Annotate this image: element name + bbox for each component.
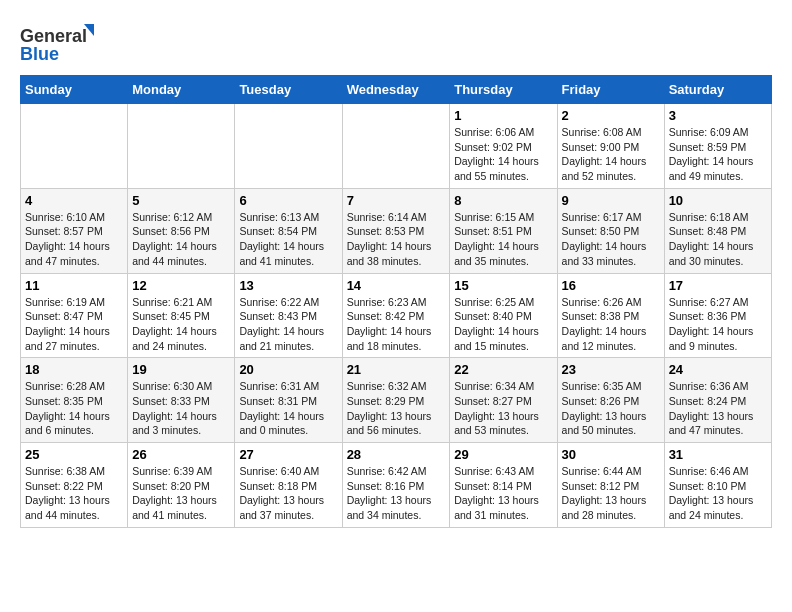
calendar-cell: 3Sunrise: 6:09 AM Sunset: 8:59 PM Daylig… — [664, 104, 771, 189]
calendar-cell: 28Sunrise: 6:42 AM Sunset: 8:16 PM Dayli… — [342, 443, 450, 528]
calendar-cell: 8Sunrise: 6:15 AM Sunset: 8:51 PM Daylig… — [450, 188, 557, 273]
day-number: 18 — [25, 362, 123, 377]
day-number: 5 — [132, 193, 230, 208]
day-info: Sunrise: 6:22 AM Sunset: 8:43 PM Dayligh… — [239, 295, 337, 354]
calendar-cell — [128, 104, 235, 189]
day-number: 15 — [454, 278, 552, 293]
day-number: 2 — [562, 108, 660, 123]
day-number: 7 — [347, 193, 446, 208]
day-number: 27 — [239, 447, 337, 462]
day-number: 31 — [669, 447, 767, 462]
day-number: 10 — [669, 193, 767, 208]
calendar-week-row: 1Sunrise: 6:06 AM Sunset: 9:02 PM Daylig… — [21, 104, 772, 189]
calendar-cell: 2Sunrise: 6:08 AM Sunset: 9:00 PM Daylig… — [557, 104, 664, 189]
calendar-cell: 23Sunrise: 6:35 AM Sunset: 8:26 PM Dayli… — [557, 358, 664, 443]
calendar-cell: 21Sunrise: 6:32 AM Sunset: 8:29 PM Dayli… — [342, 358, 450, 443]
day-info: Sunrise: 6:13 AM Sunset: 8:54 PM Dayligh… — [239, 210, 337, 269]
day-info: Sunrise: 6:36 AM Sunset: 8:24 PM Dayligh… — [669, 379, 767, 438]
day-number: 3 — [669, 108, 767, 123]
calendar-week-row: 11Sunrise: 6:19 AM Sunset: 8:47 PM Dayli… — [21, 273, 772, 358]
day-number: 28 — [347, 447, 446, 462]
day-info: Sunrise: 6:46 AM Sunset: 8:10 PM Dayligh… — [669, 464, 767, 523]
day-info: Sunrise: 6:21 AM Sunset: 8:45 PM Dayligh… — [132, 295, 230, 354]
calendar-cell: 19Sunrise: 6:30 AM Sunset: 8:33 PM Dayli… — [128, 358, 235, 443]
page-header: GeneralBlue — [20, 20, 772, 65]
calendar-cell: 18Sunrise: 6:28 AM Sunset: 8:35 PM Dayli… — [21, 358, 128, 443]
day-info: Sunrise: 6:35 AM Sunset: 8:26 PM Dayligh… — [562, 379, 660, 438]
day-header-thursday: Thursday — [450, 76, 557, 104]
day-number: 26 — [132, 447, 230, 462]
day-number: 13 — [239, 278, 337, 293]
calendar-header-row: SundayMondayTuesdayWednesdayThursdayFrid… — [21, 76, 772, 104]
calendar-cell: 12Sunrise: 6:21 AM Sunset: 8:45 PM Dayli… — [128, 273, 235, 358]
day-number: 19 — [132, 362, 230, 377]
calendar-cell: 17Sunrise: 6:27 AM Sunset: 8:36 PM Dayli… — [664, 273, 771, 358]
day-number: 20 — [239, 362, 337, 377]
day-number: 4 — [25, 193, 123, 208]
day-number: 30 — [562, 447, 660, 462]
day-info: Sunrise: 6:17 AM Sunset: 8:50 PM Dayligh… — [562, 210, 660, 269]
day-info: Sunrise: 6:30 AM Sunset: 8:33 PM Dayligh… — [132, 379, 230, 438]
calendar-cell: 16Sunrise: 6:26 AM Sunset: 8:38 PM Dayli… — [557, 273, 664, 358]
calendar-cell: 29Sunrise: 6:43 AM Sunset: 8:14 PM Dayli… — [450, 443, 557, 528]
day-number: 21 — [347, 362, 446, 377]
day-number: 23 — [562, 362, 660, 377]
day-info: Sunrise: 6:08 AM Sunset: 9:00 PM Dayligh… — [562, 125, 660, 184]
svg-text:General: General — [20, 26, 87, 46]
day-number: 16 — [562, 278, 660, 293]
calendar-cell: 22Sunrise: 6:34 AM Sunset: 8:27 PM Dayli… — [450, 358, 557, 443]
day-info: Sunrise: 6:43 AM Sunset: 8:14 PM Dayligh… — [454, 464, 552, 523]
day-number: 17 — [669, 278, 767, 293]
day-info: Sunrise: 6:18 AM Sunset: 8:48 PM Dayligh… — [669, 210, 767, 269]
day-info: Sunrise: 6:10 AM Sunset: 8:57 PM Dayligh… — [25, 210, 123, 269]
logo-svg: GeneralBlue — [20, 20, 100, 65]
day-header-sunday: Sunday — [21, 76, 128, 104]
calendar-cell: 10Sunrise: 6:18 AM Sunset: 8:48 PM Dayli… — [664, 188, 771, 273]
calendar-cell: 1Sunrise: 6:06 AM Sunset: 9:02 PM Daylig… — [450, 104, 557, 189]
calendar-cell: 25Sunrise: 6:38 AM Sunset: 8:22 PM Dayli… — [21, 443, 128, 528]
calendar-cell — [235, 104, 342, 189]
calendar-week-row: 18Sunrise: 6:28 AM Sunset: 8:35 PM Dayli… — [21, 358, 772, 443]
day-number: 25 — [25, 447, 123, 462]
day-info: Sunrise: 6:15 AM Sunset: 8:51 PM Dayligh… — [454, 210, 552, 269]
day-info: Sunrise: 6:26 AM Sunset: 8:38 PM Dayligh… — [562, 295, 660, 354]
day-number: 29 — [454, 447, 552, 462]
calendar-cell: 6Sunrise: 6:13 AM Sunset: 8:54 PM Daylig… — [235, 188, 342, 273]
day-info: Sunrise: 6:34 AM Sunset: 8:27 PM Dayligh… — [454, 379, 552, 438]
day-info: Sunrise: 6:23 AM Sunset: 8:42 PM Dayligh… — [347, 295, 446, 354]
day-info: Sunrise: 6:19 AM Sunset: 8:47 PM Dayligh… — [25, 295, 123, 354]
day-number: 14 — [347, 278, 446, 293]
day-number: 8 — [454, 193, 552, 208]
day-number: 11 — [25, 278, 123, 293]
day-info: Sunrise: 6:31 AM Sunset: 8:31 PM Dayligh… — [239, 379, 337, 438]
calendar-cell: 26Sunrise: 6:39 AM Sunset: 8:20 PM Dayli… — [128, 443, 235, 528]
day-info: Sunrise: 6:42 AM Sunset: 8:16 PM Dayligh… — [347, 464, 446, 523]
calendar-cell: 11Sunrise: 6:19 AM Sunset: 8:47 PM Dayli… — [21, 273, 128, 358]
day-header-tuesday: Tuesday — [235, 76, 342, 104]
day-info: Sunrise: 6:09 AM Sunset: 8:59 PM Dayligh… — [669, 125, 767, 184]
calendar-cell: 20Sunrise: 6:31 AM Sunset: 8:31 PM Dayli… — [235, 358, 342, 443]
day-info: Sunrise: 6:14 AM Sunset: 8:53 PM Dayligh… — [347, 210, 446, 269]
day-header-wednesday: Wednesday — [342, 76, 450, 104]
calendar-cell: 14Sunrise: 6:23 AM Sunset: 8:42 PM Dayli… — [342, 273, 450, 358]
day-info: Sunrise: 6:40 AM Sunset: 8:18 PM Dayligh… — [239, 464, 337, 523]
day-number: 1 — [454, 108, 552, 123]
day-info: Sunrise: 6:27 AM Sunset: 8:36 PM Dayligh… — [669, 295, 767, 354]
calendar-cell: 31Sunrise: 6:46 AM Sunset: 8:10 PM Dayli… — [664, 443, 771, 528]
day-info: Sunrise: 6:32 AM Sunset: 8:29 PM Dayligh… — [347, 379, 446, 438]
day-number: 6 — [239, 193, 337, 208]
day-info: Sunrise: 6:28 AM Sunset: 8:35 PM Dayligh… — [25, 379, 123, 438]
day-header-monday: Monday — [128, 76, 235, 104]
day-header-saturday: Saturday — [664, 76, 771, 104]
calendar-cell: 5Sunrise: 6:12 AM Sunset: 8:56 PM Daylig… — [128, 188, 235, 273]
day-info: Sunrise: 6:39 AM Sunset: 8:20 PM Dayligh… — [132, 464, 230, 523]
calendar-week-row: 4Sunrise: 6:10 AM Sunset: 8:57 PM Daylig… — [21, 188, 772, 273]
calendar-cell: 9Sunrise: 6:17 AM Sunset: 8:50 PM Daylig… — [557, 188, 664, 273]
day-info: Sunrise: 6:12 AM Sunset: 8:56 PM Dayligh… — [132, 210, 230, 269]
calendar-week-row: 25Sunrise: 6:38 AM Sunset: 8:22 PM Dayli… — [21, 443, 772, 528]
calendar-table: SundayMondayTuesdayWednesdayThursdayFrid… — [20, 75, 772, 528]
calendar-cell: 13Sunrise: 6:22 AM Sunset: 8:43 PM Dayli… — [235, 273, 342, 358]
calendar-cell: 15Sunrise: 6:25 AM Sunset: 8:40 PM Dayli… — [450, 273, 557, 358]
calendar-cell: 30Sunrise: 6:44 AM Sunset: 8:12 PM Dayli… — [557, 443, 664, 528]
calendar-cell — [342, 104, 450, 189]
